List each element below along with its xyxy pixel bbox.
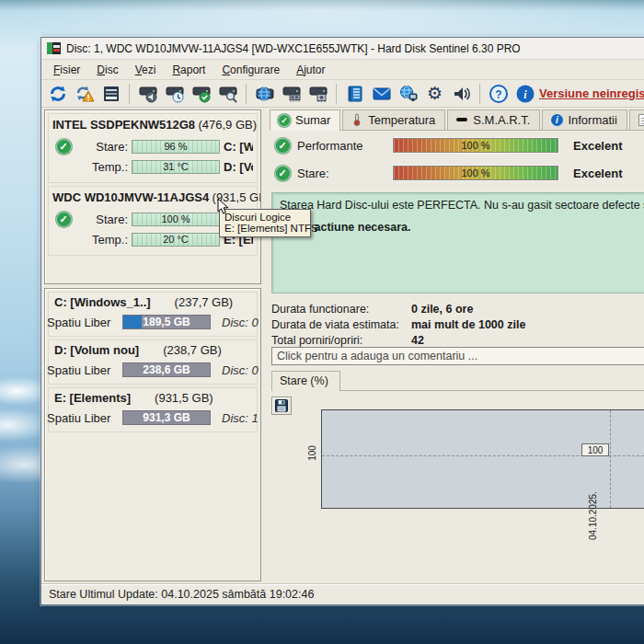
performance-bar: 100 % bbox=[393, 138, 558, 153]
tab-bar: ✓ Sumar Temperatura S.M.A.R.T. i Informa… bbox=[270, 109, 644, 131]
client-area: INTEL SSDPEKNW512G8 (476,9 GB) Disc: 0 ✓… bbox=[41, 109, 644, 583]
disk-acoustic-icon[interactable] bbox=[135, 82, 160, 106]
disk-search-icon[interactable] bbox=[215, 82, 240, 106]
partition-name: D: [Volum nou] bbox=[54, 343, 139, 357]
health-message-line2: Nici o actiune necesara. bbox=[280, 221, 644, 234]
used-space-segment bbox=[123, 316, 142, 328]
menu-vezi[interactable]: Vezi bbox=[127, 61, 165, 79]
chart-tab-stare[interactable]: Stare (%) bbox=[271, 371, 340, 391]
health-value: 96 % bbox=[164, 141, 187, 152]
journal-icon[interactable] bbox=[342, 82, 367, 106]
health-rating: Excelent bbox=[562, 167, 644, 180]
disk-memory-icon[interactable] bbox=[279, 82, 304, 106]
disk-hardware-icon[interactable] bbox=[305, 82, 330, 106]
unregistered-version-link[interactable]: Versiune neinregistrata bbox=[539, 86, 644, 100]
title-bar[interactable]: Disc: 1, WDC WD10JMVW-11AJGS4 [WD-WXC1E6… bbox=[41, 38, 644, 60]
performance-label: Performante bbox=[297, 139, 389, 153]
health-value: 100 % bbox=[461, 167, 489, 178]
health-message-line1: Starea Hard Disc-ului este PERFECTA. Nu … bbox=[280, 199, 644, 212]
chart-point-label: 100 bbox=[581, 443, 609, 456]
disk-name: WDC WD10JMVW-11AJGS4 bbox=[52, 190, 209, 204]
help-icon[interactable]: ? bbox=[486, 82, 511, 106]
disk-number: Disc: 0 bbox=[216, 316, 259, 329]
menu-disc[interactable]: Disc bbox=[88, 61, 126, 79]
health-label: Stare: bbox=[78, 213, 128, 226]
partition-name: C: [Windows_1..] bbox=[54, 295, 151, 309]
info-circle-icon: i bbox=[550, 113, 563, 126]
menu-ajutor[interactable]: Ajutor bbox=[288, 61, 333, 79]
chart-x-date-label: 04.10.2025. bbox=[588, 491, 598, 540]
health-label: Stare: bbox=[78, 140, 128, 154]
free-space-label: Spatiu Liber bbox=[47, 363, 117, 377]
sound-icon[interactable] bbox=[449, 82, 474, 106]
free-space-value: 238,6 GB bbox=[143, 363, 190, 376]
disk-size: (476,9 GB) bbox=[198, 118, 257, 132]
app-icon bbox=[47, 42, 61, 54]
tooltip-line2: E: [Elements] NTFS bbox=[224, 223, 305, 234]
floppy-disk-icon bbox=[275, 399, 288, 412]
start-stop-count-row: Total porniri/opriri: 42 bbox=[271, 332, 644, 348]
menu-configurare[interactable]: Configurare bbox=[213, 61, 288, 79]
toolbar-separator bbox=[479, 84, 480, 104]
save-chart-button[interactable] bbox=[271, 397, 292, 415]
left-column: INTEL SSDPEKNW512G8 (476,9 GB) Disc: 0 ✓… bbox=[44, 109, 261, 581]
temp-bar: 31 °C bbox=[132, 160, 220, 174]
disk-globe-icon[interactable] bbox=[252, 82, 277, 106]
chart-vgridline bbox=[610, 410, 611, 508]
tab-sumar[interactable]: ✓ Sumar bbox=[270, 109, 340, 131]
partition-size: (238,7 GB) bbox=[163, 343, 222, 357]
mouse-cursor bbox=[217, 198, 229, 215]
free-space-label: Spatiu Liber bbox=[47, 316, 117, 329]
settings-gear-icon[interactable]: ⚙ bbox=[422, 82, 447, 106]
smart-bar-icon bbox=[455, 113, 468, 126]
refresh-warning-icon[interactable] bbox=[72, 82, 97, 106]
report-icon[interactable] bbox=[98, 82, 123, 106]
tab-smart[interactable]: S.M.A.R.T. bbox=[447, 109, 540, 130]
health-value: 100 % bbox=[161, 213, 190, 224]
health-label: Stare: bbox=[297, 167, 389, 180]
tab-jurnal[interactable]: Jurnal bbox=[629, 109, 644, 130]
partition-size: (237,7 GB) bbox=[175, 295, 234, 309]
performance-value: 100 % bbox=[461, 140, 489, 151]
mail-icon[interactable] bbox=[369, 82, 394, 106]
tab-temperatura[interactable]: Temperatura bbox=[342, 109, 445, 130]
partition-list-panel: C: [Windows_1..] (237,7 GB) Spatiu Liber… bbox=[44, 288, 261, 581]
hard-disk-sentinel-window: Disc: 1, WDC WD10JMVW-11AJGS4 [WD-WXC1E6… bbox=[40, 37, 644, 605]
temp-value: 20 °C bbox=[163, 234, 189, 245]
power-on-time-row: Durata functionare: 0 zile, 6 ore bbox=[271, 301, 644, 316]
toolbar-separator bbox=[336, 84, 337, 104]
partition-item-e[interactable]: E: [Elements] (931,5 GB) Spatiu Liber 93… bbox=[48, 387, 258, 432]
toolbar: ⚙ ? i Versiune neinregistrata bbox=[41, 80, 644, 108]
temp-bar: 20 °C bbox=[132, 233, 220, 247]
info-icon[interactable]: i bbox=[512, 82, 537, 106]
disk-clock-icon[interactable] bbox=[162, 82, 187, 106]
health-bar: 100 % bbox=[132, 213, 220, 226]
network-icon[interactable] bbox=[396, 82, 420, 106]
menu-bar: Fisier Disc Vezi Raport Configurare Ajut… bbox=[41, 60, 644, 80]
refresh-icon[interactable] bbox=[45, 82, 70, 106]
partition-ref: D: [Volum no bbox=[224, 160, 253, 174]
disk-number: Disc: 0 bbox=[259, 118, 261, 132]
disk-list-panel: INTEL SSDPEKNW512G8 (476,9 GB) Disc: 0 ✓… bbox=[44, 109, 261, 284]
disk-item-0[interactable]: INTEL SSDPEKNW512G8 (476,9 GB) Disc: 0 ✓… bbox=[48, 113, 258, 183]
disk-number: Disc: 0 bbox=[216, 363, 259, 377]
ok-check-icon: ✓ bbox=[56, 212, 72, 227]
status-bar: Stare Ultimul Update: 04.10.2025 sâmbătă… bbox=[41, 583, 644, 604]
status-text: Stare Ultimul Update: 04.10.2025 sâmbătă… bbox=[49, 588, 314, 601]
thermometer-icon bbox=[351, 113, 363, 126]
tab-informatii[interactable]: i Informatii bbox=[542, 109, 627, 130]
disk-check-icon[interactable] bbox=[189, 82, 213, 106]
disk-header: INTEL SSDPEKNW512G8 (476,9 GB) Disc: 0 bbox=[52, 118, 253, 132]
comment-input[interactable] bbox=[271, 347, 644, 365]
menu-fisier[interactable]: Fisier bbox=[45, 61, 88, 79]
window-title: Disc: 1, WDC WD10JMVW-11AJGS4 [WD-WXC1E6… bbox=[66, 42, 521, 55]
menu-raport[interactable]: Raport bbox=[164, 61, 213, 79]
performance-rating: Excelent bbox=[562, 139, 644, 153]
chart-y-tick: 100 bbox=[307, 445, 317, 461]
health-bar: 96 % bbox=[132, 140, 220, 154]
document-icon bbox=[638, 113, 644, 126]
free-space-value: 931,3 GB bbox=[143, 411, 190, 424]
partition-item-d[interactable]: D: [Volum nou] (238,7 GB) Spatiu Liber 2… bbox=[48, 339, 258, 385]
partition-item-c[interactable]: C: [Windows_1..] (237,7 GB) Spatiu Liber… bbox=[48, 292, 258, 337]
free-space-bar: 189,5 GB bbox=[122, 315, 211, 329]
